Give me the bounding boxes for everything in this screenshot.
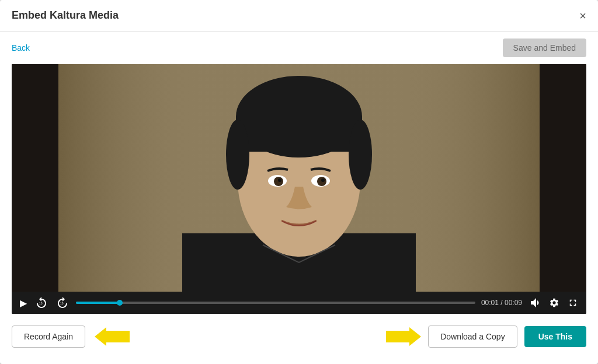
time-display: 00:01 / 00:09 bbox=[481, 299, 522, 307]
svg-rect-10 bbox=[236, 117, 362, 152]
fullscreen-button[interactable] bbox=[566, 296, 579, 309]
modal-container: Embed Kaltura Media × Back Save and Embe… bbox=[0, 0, 598, 364]
svg-text:10: 10 bbox=[39, 302, 43, 305]
volume-icon bbox=[529, 297, 541, 309]
settings-icon bbox=[549, 298, 559, 308]
right-actions: Download a Copy Use This bbox=[386, 326, 586, 348]
rewind-button[interactable]: 10 bbox=[34, 295, 49, 310]
arrow-left-indicator bbox=[95, 327, 130, 346]
svg-point-17 bbox=[278, 178, 281, 182]
fullscreen-icon bbox=[568, 298, 578, 308]
use-this-button[interactable]: Use This bbox=[524, 326, 586, 347]
modal-nav: Back Save and Embed bbox=[0, 32, 598, 64]
progress-indicator bbox=[117, 300, 123, 306]
download-copy-button[interactable]: Download a Copy bbox=[428, 326, 517, 348]
video-controls-bar: ▶ 10 10 bbox=[12, 292, 586, 314]
save-embed-button[interactable]: Save and Embed bbox=[503, 38, 586, 57]
rewind-icon: 10 bbox=[35, 296, 48, 309]
modal-title: Embed Kaltura Media bbox=[12, 9, 119, 22]
svg-marker-21 bbox=[95, 327, 130, 346]
volume-button[interactable] bbox=[528, 296, 542, 310]
arrow-right-indicator bbox=[386, 327, 421, 346]
close-button[interactable]: × bbox=[579, 10, 586, 22]
progress-bar[interactable] bbox=[76, 302, 475, 304]
record-again-button[interactable]: Record Again bbox=[12, 326, 85, 348]
progress-fill bbox=[76, 302, 120, 304]
total-time: 00:09 bbox=[505, 299, 522, 307]
svg-point-11 bbox=[226, 120, 249, 190]
left-actions: Record Again bbox=[12, 326, 130, 348]
svg-marker-22 bbox=[386, 327, 421, 346]
svg-point-12 bbox=[349, 120, 372, 190]
forward-icon: 10 bbox=[56, 296, 69, 309]
video-container: ▶ 10 10 bbox=[12, 64, 586, 314]
svg-text:10: 10 bbox=[60, 302, 64, 305]
video-preview bbox=[12, 64, 586, 292]
video-frame bbox=[12, 64, 586, 292]
modal-actions: Record Again Download a Copy Use This bbox=[0, 314, 598, 359]
forward-button[interactable]: 10 bbox=[55, 295, 70, 310]
modal-header: Embed Kaltura Media × bbox=[0, 0, 598, 32]
play-button[interactable]: ▶ bbox=[19, 296, 28, 310]
back-link[interactable]: Back bbox=[12, 43, 30, 52]
play-icon: ▶ bbox=[20, 298, 27, 309]
time-separator: / bbox=[500, 299, 505, 307]
settings-button[interactable] bbox=[548, 296, 561, 309]
svg-point-18 bbox=[321, 178, 325, 182]
current-time: 00:01 bbox=[481, 299, 499, 307]
